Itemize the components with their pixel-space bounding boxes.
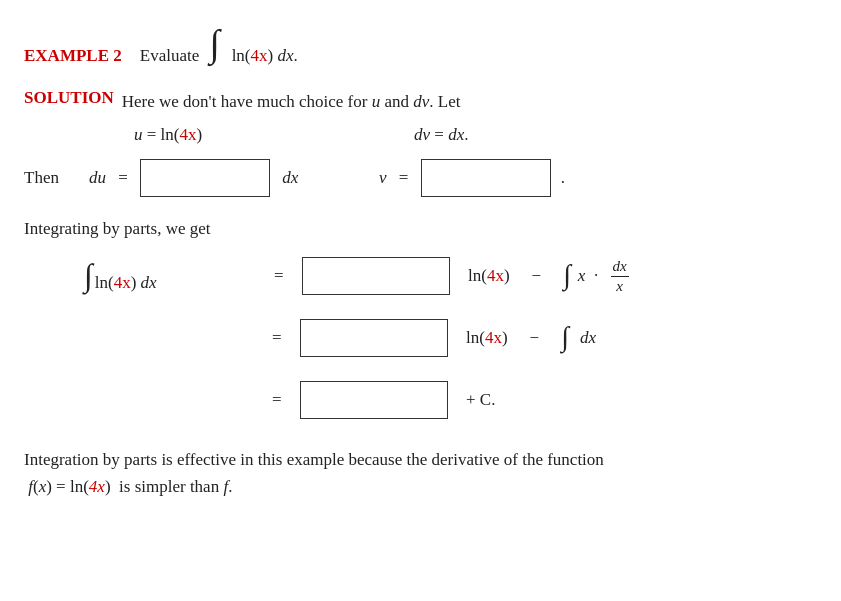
u-equals-block: u = ln(4x) [134, 125, 414, 145]
ibp-ln2: ln(4x) [466, 328, 508, 348]
bottom-note: Integration by parts is effective in thi… [24, 447, 805, 500]
equals-sign: = [143, 125, 161, 145]
dv-value: dx [448, 125, 464, 145]
v-period: . [561, 168, 565, 188]
ibp-integral-rhs1: ∫ [563, 261, 571, 291]
dv-period: . [464, 125, 468, 145]
u-var: u [134, 125, 143, 145]
v-answer-box[interactable] [421, 159, 551, 197]
then-row: Then du = dx v = . [24, 159, 805, 197]
du-answer-box[interactable] [140, 159, 270, 197]
v-text: v [379, 168, 387, 188]
dv-equals-block: dv = dx. [414, 125, 468, 145]
x-denominator: x [616, 277, 623, 295]
solution-text: Here we don't have much choice for u and… [122, 88, 461, 115]
evaluate-text: Evaluate [140, 46, 199, 66]
u-value: ln(4x) [161, 125, 203, 145]
dx-over-x: dx x [611, 258, 629, 294]
then-label: Then [24, 168, 89, 188]
ibp-eq3: = [272, 390, 292, 410]
solution-label: SOLUTION [24, 88, 114, 108]
ibp-box1[interactable] [302, 257, 450, 295]
du-dx: dx [278, 168, 298, 188]
du-section: du = dx [89, 159, 379, 197]
ibp-row3: = + C. [272, 381, 805, 419]
4x-red: 4x [251, 46, 268, 65]
example-header: EXAMPLE 2 Evaluate ∫ ln(4x) dx. [24, 24, 805, 66]
ibp-minus2: − [530, 328, 540, 348]
ibp-lhs-text: ln(4x) dx [95, 273, 157, 293]
ibp-plus-c: + C. [466, 390, 495, 410]
ibp-box2[interactable] [300, 319, 448, 357]
ibp-rhs1: ln(4x) − ∫ x · dx x [302, 257, 631, 295]
dv-var: dv [414, 125, 430, 145]
ibp-rhs3: + C. [300, 381, 495, 419]
ibp-minus1: − [532, 266, 542, 286]
ibp-row2: = ln(4x) − ∫ dx [272, 319, 805, 357]
ibp-x: x [578, 266, 584, 286]
example-label: EXAMPLE 2 [24, 46, 122, 66]
solution-row: SOLUTION Here we don't have much choice … [24, 88, 805, 115]
du-equals-sign: = [114, 168, 132, 188]
ibp-dx2: dx [576, 328, 596, 348]
ibp-title: Integrating by parts, we get [24, 219, 805, 239]
du-text: du [89, 168, 106, 188]
dv-eq-sign: = [430, 125, 448, 145]
uv-row: u = ln(4x) dv = dx. [134, 125, 805, 145]
ibp-ln1: ln(4x) [468, 266, 510, 286]
bottom-note-line2: f(x) = ln(4x) is simpler than f. [24, 474, 805, 500]
bottom-note-line1: Integration by parts is effective in thi… [24, 447, 805, 473]
ibp-lhs: ∫ ln(4x) dx [84, 259, 274, 293]
v-equals-sign: = [395, 168, 413, 188]
ibp-rhs2: ln(4x) − ∫ dx [300, 319, 596, 357]
ibp-eq2: = [272, 328, 292, 348]
ibp-integral-rhs2: ∫ [561, 323, 569, 353]
ibp-eq1: = [274, 266, 294, 286]
dx-numerator: dx [611, 258, 629, 277]
ibp-box3[interactable] [300, 381, 448, 419]
integrand-text: ln(4x) dx. [232, 46, 298, 66]
v-section: v = . [379, 159, 565, 197]
ibp-integral-lhs: ∫ [84, 259, 93, 293]
ibp-row1: ∫ ln(4x) dx = ln(4x) − ∫ x · dx x [84, 257, 805, 295]
main-integral-sign: ∫ [209, 24, 219, 66]
ibp-dot: · [590, 266, 603, 286]
